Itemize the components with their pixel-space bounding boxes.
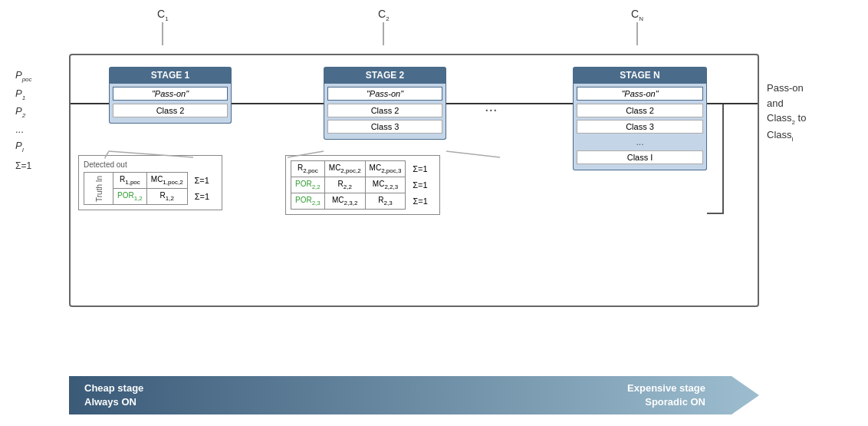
diagram-container: C1 C2 CN Ppoc P1 P2 ... PI Σ=1 STAGE 1 "… (8, 8, 860, 426)
right-label-line4: ClassI (767, 127, 806, 144)
stageN-classI: Class I (577, 150, 703, 164)
svg-line-4 (446, 151, 500, 157)
sporadic-on-text: Sporadic ON (627, 395, 705, 409)
stage2-body: "Pass-on" Class 2 Class 3 (324, 84, 446, 140)
por23: POR2,3 (291, 193, 325, 210)
cN-shaft (636, 22, 638, 45)
por12: POR1,2 (113, 189, 147, 205)
stageN: STAGE N "Pass-on" Class 2 Class 3 ... Cl… (573, 67, 707, 170)
stage2-class3: Class 3 (327, 120, 442, 134)
stage2-header: STAGE 2 (324, 67, 446, 84)
detected-box-2: R2,poc MC2,poc,2 MC2,poc,3 Σ=1 POR2,2 R2… (285, 155, 440, 215)
label-dots: ... (15, 124, 32, 135)
label-sum: Σ=1 (15, 160, 32, 171)
mc232: MC2,3,2 (324, 193, 365, 210)
cheap-stage-text: Cheap stage (84, 381, 143, 395)
stageN-dots: ... (577, 137, 703, 147)
bracket-bottom-h (707, 213, 722, 214)
label-pI: PI (15, 140, 32, 154)
stage1-pass-on: "Pass-on" (113, 87, 228, 101)
bottom-arrow-left-text: Cheap stage Always ON (84, 381, 143, 409)
r2poc: R2,poc (291, 161, 325, 177)
stageN-class3: Class 3 (577, 120, 703, 134)
detected-title-1: Detected out (84, 160, 217, 169)
always-on-text: Always ON (84, 395, 143, 409)
stage1-header: STAGE 1 (109, 67, 232, 84)
stage2-pass-on: "Pass-on" (327, 87, 442, 101)
mc1poc2: MC1,poc,2 (146, 173, 187, 189)
mc2poc3: MC2,poc,3 (365, 161, 406, 177)
c2-label: C2 (378, 8, 390, 45)
sum2-3: Σ=1 (406, 193, 435, 210)
bracket-v (722, 103, 724, 214)
bottom-arrow: Cheap stage Always ON Expensive stage Sp… (69, 376, 759, 414)
right-label-line3: Class2 to (767, 111, 806, 127)
c1-label: C1 (157, 8, 169, 45)
c2-sub: 2 (386, 15, 389, 22)
cN-sub: N (639, 15, 643, 22)
truth-in-1: Truth In (84, 173, 113, 205)
stage1-class2: Class 2 (113, 104, 228, 117)
diagram-box: STAGE 1 "Pass-on" Class 2 STAGE 2 "Pass-… (69, 54, 759, 307)
left-labels: Ppoc P1 P2 ... PI Σ=1 (15, 69, 32, 171)
stage-dots: ... (485, 97, 498, 115)
r12: R1,2 (146, 189, 187, 205)
c1-sub: 1 (165, 15, 168, 22)
matrix-1: Truth In R1,poc MC1,poc,2 Σ=1 POR1,2 R1,… (84, 172, 217, 205)
right-label-line1: Pass-on (767, 81, 806, 96)
por22: POR2,2 (291, 177, 325, 193)
matrix-2: R2,poc MC2,poc,2 MC2,poc,3 Σ=1 POR2,2 R2… (291, 160, 435, 210)
r22: R2,2 (324, 177, 365, 193)
sum1-1: Σ=1 (187, 173, 216, 189)
right-label-line2: and (767, 96, 806, 111)
mc223: MC2,2,3 (365, 177, 406, 193)
label-p2: P2 (15, 105, 32, 119)
bottom-arrow-container: Cheap stage Always ON Expensive stage Sp… (69, 376, 759, 414)
stageN-header: STAGE N (573, 67, 707, 84)
r1poc: R1,poc (113, 173, 147, 189)
bottom-arrow-right-text: Expensive stage Sporadic ON (627, 381, 705, 409)
detected-box-1: Detected out Truth In R1,poc MC1,poc,2 Σ… (78, 155, 222, 210)
cN-label: CN (631, 8, 643, 45)
stage2: STAGE 2 "Pass-on" Class 2 Class 3 (324, 67, 446, 140)
stage1: STAGE 1 "Pass-on" Class 2 (109, 67, 232, 124)
right-label: Pass-on and Class2 to ClassI (767, 81, 806, 144)
stageN-class2: Class 2 (577, 104, 703, 117)
stageN-body: "Pass-on" Class 2 Class 3 ... Class I (573, 84, 707, 170)
label-p1: P1 (15, 88, 32, 101)
c2-shaft (383, 22, 384, 45)
stageN-pass-on: "Pass-on" (577, 87, 703, 101)
sum2-1: Σ=1 (406, 161, 435, 177)
expensive-stage-text: Expensive stage (627, 381, 705, 395)
c1-shaft (162, 22, 163, 45)
label-ppoc: Ppoc (15, 69, 32, 83)
sum1-2: Σ=1 (187, 189, 216, 205)
sum2-2: Σ=1 (406, 177, 435, 193)
r23: R2,3 (365, 193, 406, 210)
mc2poc2: MC2,poc,2 (324, 161, 365, 177)
stage2-class2: Class 2 (327, 104, 442, 117)
stage1-body: "Pass-on" Class 2 (109, 84, 232, 124)
